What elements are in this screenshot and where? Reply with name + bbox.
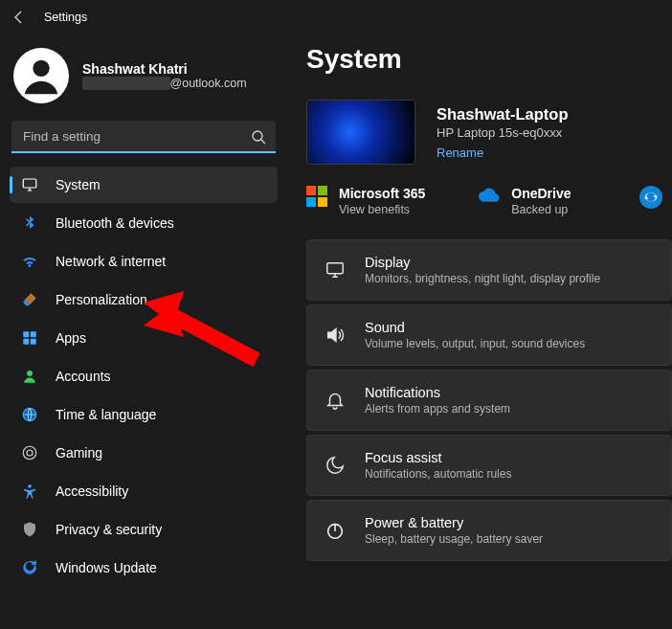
- sidebar-item-update[interactable]: Windows Update: [10, 550, 278, 586]
- apps-icon: [21, 329, 38, 347]
- device-name: Shashwat-Laptop: [437, 105, 569, 124]
- profile-email: xxxxxxxxxxxxxx@outlook.com: [82, 77, 247, 90]
- card-sub: Monitors, brightness, night light, displ…: [365, 272, 600, 285]
- power-icon: [325, 520, 346, 541]
- svg-rect-5: [23, 339, 29, 345]
- titlebar: Settings: [0, 0, 672, 34]
- settings-cards: DisplayMonitors, brightness, night light…: [306, 239, 672, 561]
- search-icon: [251, 129, 266, 145]
- device-summary: Shashwat-Laptop HP Laptop 15s-eq0xxx Ren…: [306, 100, 672, 165]
- svg-point-10: [27, 450, 33, 456]
- window-title: Settings: [44, 11, 87, 24]
- svg-point-9: [23, 446, 36, 460]
- service-ms365-title: Microsoft 365: [339, 186, 425, 201]
- profile-block[interactable]: Shashwat Khatri xxxxxxxxxxxxxx@outlook.c…: [6, 44, 281, 121]
- svg-rect-6: [31, 339, 36, 345]
- card-title: Focus assist: [365, 450, 511, 465]
- display-icon: [325, 259, 346, 281]
- service-onedrive[interactable]: OneDrive Backed up: [479, 186, 571, 216]
- svg-rect-2: [23, 179, 36, 188]
- profile-name: Shashwat Khatri: [82, 61, 247, 77]
- svg-point-11: [28, 484, 32, 488]
- sidebar-item-label: Accounts: [56, 369, 111, 384]
- sidebar-item-label: Gaming: [56, 445, 102, 461]
- settings-card-display[interactable]: DisplayMonitors, brightness, night light…: [306, 239, 672, 301]
- sidebar-item-bluetooth[interactable]: Bluetooth & devices: [10, 205, 278, 241]
- bell-icon: [325, 390, 346, 411]
- sidebar-item-label: System: [56, 177, 101, 192]
- sidebar-item-accessibility[interactable]: Accessibility: [10, 473, 278, 509]
- globe-icon: [21, 406, 38, 423]
- sidebar-item-label: Bluetooth & devices: [56, 215, 174, 231]
- sidebar: Shashwat Khatri xxxxxxxxxxxxxx@outlook.c…: [0, 34, 287, 629]
- service-onedrive-title: OneDrive: [511, 186, 571, 201]
- card-title: Display: [365, 255, 600, 270]
- rename-link[interactable]: Rename: [437, 146, 569, 160]
- sidebar-item-label: Time & language: [56, 407, 156, 422]
- sidebar-item-network[interactable]: Network & internet: [10, 243, 278, 280]
- nav-list: SystemBluetooth & devicesNetwork & inter…: [6, 167, 281, 586]
- card-sub: Notifications, automatic rules: [365, 467, 511, 481]
- sidebar-item-gaming[interactable]: Gaming: [10, 435, 278, 471]
- sidebar-item-accounts[interactable]: Accounts: [10, 358, 278, 394]
- sound-icon: [325, 325, 346, 346]
- sidebar-item-label: Accessibility: [56, 483, 128, 499]
- settings-card-sound[interactable]: SoundVolume levels, output, input, sound…: [306, 304, 672, 366]
- settings-card-notifications[interactable]: NotificationsAlerts from apps and system: [306, 370, 672, 431]
- avatar: [13, 48, 69, 103]
- services-row: Microsoft 365 View benefits OneDrive Bac…: [306, 186, 672, 216]
- onedrive-icon: [479, 188, 500, 203]
- settings-card-power[interactable]: Power & batterySleep, battery usage, bat…: [306, 500, 672, 561]
- service-onedrive-sub: Backed up: [511, 203, 571, 216]
- sidebar-item-apps[interactable]: Apps: [10, 320, 278, 356]
- card-title: Sound: [365, 320, 585, 335]
- svg-rect-3: [23, 331, 29, 337]
- svg-rect-12: [327, 263, 344, 274]
- wifi-icon: [21, 253, 38, 270]
- accessibility-icon: [21, 483, 38, 500]
- card-sub: Sleep, battery usage, battery saver: [365, 532, 543, 546]
- svg-point-1: [253, 131, 262, 141]
- card-title: Notifications: [365, 385, 510, 400]
- search-input[interactable]: [11, 121, 276, 153]
- brush-icon: [21, 291, 38, 308]
- display-icon: [21, 176, 38, 193]
- settings-card-focus[interactable]: Focus assistNotifications, automatic rul…: [306, 435, 672, 496]
- device-wallpaper-thumb[interactable]: [306, 100, 415, 165]
- sidebar-item-privacy[interactable]: Privacy & security: [10, 511, 278, 548]
- service-ms365-sub: View benefits: [339, 203, 425, 216]
- sidebar-item-system[interactable]: System: [10, 167, 278, 203]
- person-icon: [21, 368, 38, 385]
- search-field[interactable]: [11, 121, 276, 153]
- card-title: Power & battery: [365, 515, 543, 530]
- card-sub: Volume levels, output, input, sound devi…: [365, 337, 585, 350]
- update-icon: [21, 559, 38, 576]
- svg-point-0: [33, 60, 49, 77]
- sidebar-item-personalization[interactable]: Personalization: [10, 281, 278, 318]
- back-icon[interactable]: [11, 10, 27, 25]
- moon-icon: [325, 455, 346, 476]
- gaming-icon: [21, 444, 38, 461]
- main-pane: System Shashwat-Laptop HP Laptop 15s-eq0…: [287, 34, 672, 629]
- sidebar-item-label: Personalization: [56, 292, 147, 307]
- sidebar-item-label: Privacy & security: [56, 522, 162, 537]
- bluetooth-icon: [21, 214, 38, 232]
- device-model: HP Laptop 15s-eq0xxx: [437, 125, 569, 140]
- sidebar-item-label: Windows Update: [56, 560, 157, 575]
- microsoft-365-icon: [306, 186, 327, 207]
- shield-icon: [21, 521, 38, 538]
- sidebar-item-label: Network & internet: [56, 254, 166, 269]
- service-ms365[interactable]: Microsoft 365 View benefits: [306, 186, 425, 216]
- sidebar-item-label: Apps: [56, 330, 86, 346]
- svg-rect-4: [31, 331, 36, 337]
- svg-point-7: [27, 371, 33, 376]
- card-sub: Alerts from apps and system: [365, 402, 510, 416]
- sync-status-icon[interactable]: [639, 186, 662, 209]
- sidebar-item-time[interactable]: Time & language: [10, 396, 278, 433]
- page-title: System: [306, 44, 672, 75]
